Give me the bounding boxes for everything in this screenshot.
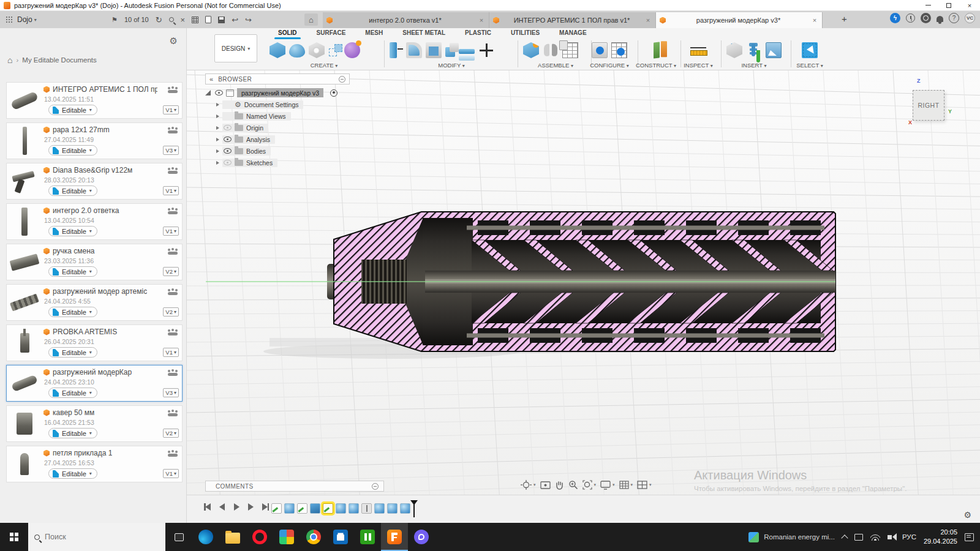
editable-status-dropdown[interactable]: Editable ▾: [48, 105, 97, 115]
collaborators-icon[interactable]: [168, 248, 178, 255]
document-tab[interactable]: интегро 2.0 ответка v1* ×: [323, 12, 489, 28]
inspect-group-label[interactable]: INSPECT ▾: [677, 62, 720, 69]
bell-icon[interactable]: [937, 16, 943, 22]
go-to-end-button[interactable]: [260, 503, 269, 511]
pan-icon[interactable]: [555, 481, 564, 490]
grid-settings-icon[interactable]: [619, 481, 629, 489]
measure-icon[interactable]: [690, 42, 706, 58]
expand-arrow-icon[interactable]: [216, 138, 219, 141]
taskbar-app-button[interactable]: [354, 523, 381, 551]
collaborators-icon[interactable]: [168, 329, 178, 336]
editable-status-dropdown[interactable]: Editable ▾: [48, 226, 97, 236]
pattern-icon[interactable]: [329, 48, 337, 56]
job-status-clock-icon[interactable]: [906, 13, 915, 23]
ribbon-tab[interactable]: SURFACE: [308, 28, 355, 39]
taskbar-app-button[interactable]: [381, 523, 408, 551]
timeline-feature-icon[interactable]: [349, 503, 359, 514]
document-card[interactable]: papa 12x1 27mm 27.04.2025 11:49 Editable…: [6, 122, 183, 159]
look-at-icon[interactable]: [540, 481, 551, 490]
version-dropdown[interactable]: V3 ▾: [163, 146, 179, 155]
collaborators-icon[interactable]: [168, 288, 178, 296]
help-icon[interactable]: ?: [949, 13, 959, 23]
shell-icon[interactable]: [426, 42, 442, 58]
create-group-label[interactable]: CREATE ▾: [268, 62, 380, 69]
start-button[interactable]: [0, 523, 28, 551]
chevron-down-icon[interactable]: ▾: [533, 482, 536, 487]
workspace-switcher[interactable]: DESIGN ▾: [214, 34, 257, 62]
root-component-label[interactable]: разгружений модерКар v3: [237, 88, 323, 97]
viewports-icon[interactable]: [637, 481, 647, 489]
configure-group-label[interactable]: CONFIGURE ▾: [584, 62, 635, 69]
ribbon-tab[interactable]: SHEET METAL: [394, 28, 454, 39]
joint-icon[interactable]: [543, 42, 559, 58]
extrude-icon[interactable]: [270, 42, 285, 58]
taskbar-app-button[interactable]: [246, 523, 273, 551]
browser-tree-row[interactable]: ⚙ Sketches: [205, 157, 350, 168]
browser-tree-row[interactable]: ⚙ Document Settings: [205, 99, 350, 110]
browser-root-row[interactable]: разгружений модерКар v3: [205, 87, 350, 99]
document-tab[interactable]: ИНТЕГРО АРТЕМИС 1 ПОЛ прав v1* ×: [489, 12, 656, 28]
activate-component-icon[interactable]: [330, 89, 337, 97]
document-card[interactable]: разгружений модерКар 24.04.2025 23:10 Ed…: [6, 365, 183, 402]
editable-status-dropdown[interactable]: Editable ▾: [48, 266, 97, 277]
collaborators-icon[interactable]: [168, 86, 178, 94]
step-back-button[interactable]: [218, 503, 227, 511]
play-button[interactable]: [232, 503, 241, 511]
news-widget[interactable]: Romanian energy mi...: [748, 532, 835, 542]
bom-icon[interactable]: [562, 42, 578, 58]
timeline-feature-icon[interactable]: [297, 503, 307, 514]
breadcrumb-label[interactable]: My Editable Documents: [22, 56, 96, 64]
insert-group-label[interactable]: INSERT ▾: [718, 62, 790, 69]
editable-status-dropdown[interactable]: Editable ▾: [48, 347, 97, 358]
document-card[interactable]: PROBKA ARTEMIS 26.04.2025 20:31 Editable…: [6, 324, 183, 361]
expand-arrow-icon[interactable]: [216, 126, 219, 130]
extensions-icon[interactable]: ϟ: [890, 13, 900, 23]
version-dropdown[interactable]: V1 ▾: [163, 105, 179, 114]
close-tab-icon[interactable]: ×: [478, 17, 485, 24]
chevron-down-icon[interactable]: ▾: [612, 482, 615, 487]
press-pull-icon[interactable]: [390, 42, 397, 58]
move-copy-icon[interactable]: [478, 42, 494, 58]
version-dropdown[interactable]: V3 ▾: [163, 388, 179, 397]
version-dropdown[interactable]: V1 ▾: [163, 227, 179, 236]
maximize-button[interactable]: [938, 0, 959, 11]
fit-icon[interactable]: [582, 480, 592, 490]
file-menu-icon[interactable]: [205, 16, 211, 23]
taskbar-app-button[interactable]: [408, 523, 435, 551]
visibility-eye-icon[interactable]: [224, 125, 232, 130]
chevron-down-icon[interactable]: ▾: [649, 482, 652, 487]
revolve-icon[interactable]: [289, 44, 305, 58]
close-button[interactable]: ×: [959, 0, 980, 11]
view-cube[interactable]: RIGHT: [913, 90, 944, 121]
root-expand-icon[interactable]: [205, 90, 211, 96]
suppressor-section-model[interactable]: [206, 212, 835, 359]
timeline-feature-icon[interactable]: [374, 503, 385, 514]
comments-bar[interactable]: COMMENTS: [205, 481, 384, 492]
home-button[interactable]: ⌂: [304, 13, 318, 26]
collaborators-icon[interactable]: [168, 208, 178, 215]
editable-status-dropdown[interactable]: Editable ▾: [48, 307, 97, 317]
ribbon-tab[interactable]: MANAGE: [551, 28, 595, 39]
visibility-eye-icon[interactable]: [215, 90, 223, 96]
document-card[interactable]: кавер 50 мм 16.04.2025 21:53 Editable ▾ …: [6, 405, 183, 442]
version-dropdown[interactable]: V1 ▾: [163, 348, 179, 357]
document-card[interactable]: ИНТЕГРО АРТЕМИС 1 ПОЛ прав 13.04.2025 11…: [6, 82, 183, 119]
browser-tree-row[interactable]: ⚙ Bodies: [205, 145, 350, 157]
timeline-feature-icon[interactable]: [323, 503, 333, 514]
hide-browser-icon[interactable]: [339, 76, 345, 83]
editable-status-dropdown[interactable]: Editable ▾: [48, 428, 97, 438]
collaborators-icon[interactable]: [168, 369, 178, 377]
browser-tree-row[interactable]: ⚙ Analysis: [205, 133, 350, 145]
new-tab-button[interactable]: +: [842, 13, 847, 24]
expand-arrow-icon[interactable]: [216, 149, 219, 153]
taskbar-app-button[interactable]: [300, 523, 327, 551]
orbit-icon[interactable]: [521, 480, 532, 490]
step-forward-button[interactable]: [246, 503, 255, 511]
volume-icon[interactable]: [888, 535, 892, 539]
close-document-icon[interactable]: ×: [181, 16, 186, 24]
ribbon-tab[interactable]: SOLID: [270, 28, 306, 39]
version-dropdown[interactable]: V2 ▾: [163, 429, 179, 438]
taskbar-search[interactable]: [28, 523, 165, 551]
tree-item-label[interactable]: Bodies: [246, 148, 266, 155]
chevron-down-icon[interactable]: ▾: [594, 482, 597, 487]
